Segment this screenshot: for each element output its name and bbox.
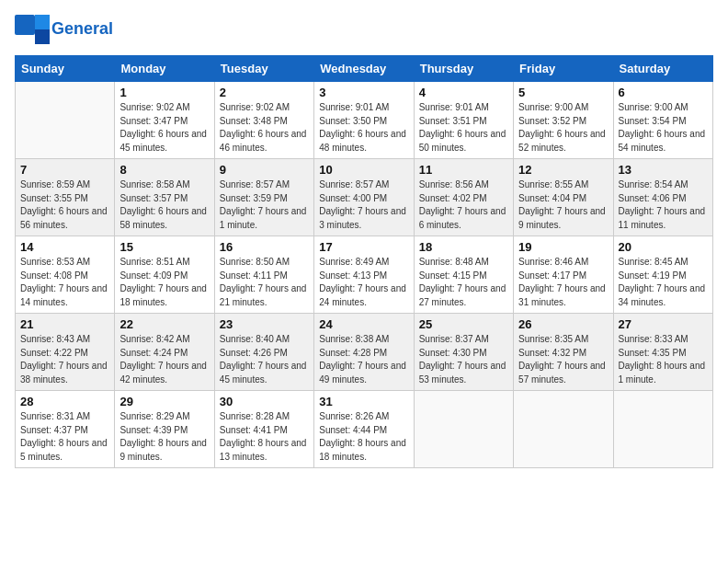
day-info: Sunrise: 8:38 AMSunset: 4:28 PMDaylight:… [319,333,408,386]
svg-marker-1 [35,15,50,29]
calendar-cell: 28Sunrise: 8:31 AMSunset: 4:37 PMDayligh… [16,391,115,468]
day-number: 19 [518,240,608,254]
calendar-cell: 12Sunrise: 8:55 AMSunset: 4:04 PMDayligh… [514,159,613,236]
day-info: Sunrise: 8:58 AMSunset: 3:57 PMDaylight:… [119,178,209,232]
day-info: Sunrise: 8:40 AMSunset: 4:26 PMDaylight:… [220,333,309,386]
day-number: 24 [319,317,408,331]
calendar-cell: 23Sunrise: 8:40 AMSunset: 4:26 PMDayligh… [214,314,313,391]
day-number: 30 [220,395,309,408]
day-info: Sunrise: 8:57 AMSunset: 3:59 PMDaylight:… [220,178,309,232]
calendar-week-row: 7Sunrise: 8:59 AMSunset: 3:55 PMDaylight… [16,159,713,236]
calendar-cell: 3Sunrise: 9:01 AMSunset: 3:50 PMDaylight… [314,82,414,159]
day-header-friday: Friday [514,56,613,82]
day-info: Sunrise: 9:02 AMSunset: 3:48 PMDaylight:… [220,101,309,155]
day-number: 27 [619,317,708,331]
day-info: Sunrise: 8:37 AMSunset: 4:30 PMDaylight:… [419,333,508,386]
day-number: 12 [518,163,608,177]
day-number: 16 [220,240,309,254]
calendar-cell: 9Sunrise: 8:57 AMSunset: 3:59 PMDaylight… [214,159,313,236]
day-number: 13 [619,163,708,177]
day-info: Sunrise: 8:28 AMSunset: 4:41 PMDaylight:… [220,410,309,464]
day-info: Sunrise: 8:50 AMSunset: 4:11 PMDaylight:… [220,256,309,309]
day-info: Sunrise: 9:01 AMSunset: 3:51 PMDaylight:… [419,101,508,155]
calendar-header-row: SundayMondayTuesdayWednesdayThursdayFrid… [16,56,713,82]
day-number: 10 [319,163,408,177]
calendar-week-row: 28Sunrise: 8:31 AMSunset: 4:37 PMDayligh… [16,391,713,468]
calendar-cell: 15Sunrise: 8:51 AMSunset: 4:09 PMDayligh… [115,236,214,314]
day-info: Sunrise: 9:00 AMSunset: 3:52 PMDaylight:… [518,101,608,155]
calendar-cell: 10Sunrise: 8:57 AMSunset: 4:00 PMDayligh… [314,159,414,236]
calendar-cell: 6Sunrise: 9:00 AMSunset: 3:54 PMDaylight… [613,82,712,159]
calendar-cell: 19Sunrise: 8:46 AMSunset: 4:17 PMDayligh… [514,236,613,314]
calendar-week-row: 1Sunrise: 9:02 AMSunset: 3:47 PMDaylight… [16,82,713,159]
calendar-cell: 5Sunrise: 9:00 AMSunset: 3:52 PMDaylight… [514,82,613,159]
page-header: General [15,15,713,44]
day-header-tuesday: Tuesday [214,56,313,82]
day-number: 15 [119,240,209,254]
calendar-cell [514,391,613,468]
day-info: Sunrise: 8:48 AMSunset: 4:15 PMDaylight:… [419,256,508,309]
day-number: 28 [20,395,109,408]
calendar-cell: 26Sunrise: 8:35 AMSunset: 4:32 PMDayligh… [514,314,613,391]
svg-rect-0 [15,15,35,35]
day-number: 11 [419,163,508,177]
calendar-cell: 17Sunrise: 8:49 AMSunset: 4:13 PMDayligh… [314,236,414,314]
calendar-cell: 14Sunrise: 8:53 AMSunset: 4:08 PMDayligh… [16,236,115,314]
calendar-cell: 27Sunrise: 8:33 AMSunset: 4:35 PMDayligh… [613,314,712,391]
day-number: 18 [419,240,508,254]
logo: General [15,15,113,44]
calendar-cell: 7Sunrise: 8:59 AMSunset: 3:55 PMDaylight… [16,159,115,236]
calendar-cell: 22Sunrise: 8:42 AMSunset: 4:24 PMDayligh… [115,314,214,391]
calendar-cell: 24Sunrise: 8:38 AMSunset: 4:28 PMDayligh… [314,314,414,391]
day-number: 26 [518,317,608,331]
day-info: Sunrise: 9:02 AMSunset: 3:47 PMDaylight:… [119,101,209,155]
day-info: Sunrise: 8:35 AMSunset: 4:32 PMDaylight:… [518,333,608,386]
day-info: Sunrise: 8:59 AMSunset: 3:55 PMDaylight:… [20,178,109,232]
calendar-cell: 11Sunrise: 8:56 AMSunset: 4:02 PMDayligh… [414,159,513,236]
day-number: 7 [20,163,109,177]
day-info: Sunrise: 8:54 AMSunset: 4:06 PMDaylight:… [619,178,708,232]
day-number: 31 [319,395,408,408]
day-info: Sunrise: 8:53 AMSunset: 4:08 PMDaylight:… [20,256,109,309]
calendar-cell: 30Sunrise: 8:28 AMSunset: 4:41 PMDayligh… [214,391,313,468]
day-info: Sunrise: 8:43 AMSunset: 4:22 PMDaylight:… [20,333,109,386]
day-number: 17 [319,240,408,254]
day-info: Sunrise: 8:51 AMSunset: 4:09 PMDaylight:… [119,256,209,309]
day-header-monday: Monday [115,56,214,82]
calendar-cell: 8Sunrise: 8:58 AMSunset: 3:57 PMDaylight… [115,159,214,236]
day-info: Sunrise: 8:57 AMSunset: 4:00 PMDaylight:… [319,178,408,232]
day-number: 6 [619,86,708,99]
calendar-cell: 2Sunrise: 9:02 AMSunset: 3:48 PMDaylight… [214,82,313,159]
calendar-cell: 1Sunrise: 9:02 AMSunset: 3:47 PMDaylight… [115,82,214,159]
day-number: 14 [20,240,109,254]
day-info: Sunrise: 8:26 AMSunset: 4:44 PMDaylight:… [319,410,408,464]
day-info: Sunrise: 8:33 AMSunset: 4:35 PMDaylight:… [619,333,708,386]
day-number: 5 [518,86,608,99]
day-header-wednesday: Wednesday [314,56,414,82]
calendar-cell [414,391,513,468]
day-header-saturday: Saturday [613,56,712,82]
day-number: 20 [619,240,708,254]
day-number: 25 [419,317,508,331]
day-info: Sunrise: 8:55 AMSunset: 4:04 PMDaylight:… [518,178,608,232]
calendar-week-row: 14Sunrise: 8:53 AMSunset: 4:08 PMDayligh… [16,236,713,314]
day-number: 1 [119,86,209,99]
calendar-cell [16,82,115,159]
day-number: 21 [20,317,109,331]
day-info: Sunrise: 8:31 AMSunset: 4:37 PMDaylight:… [20,410,109,464]
calendar-table: SundayMondayTuesdayWednesdayThursdayFrid… [15,55,713,468]
day-info: Sunrise: 8:46 AMSunset: 4:17 PMDaylight:… [518,256,608,309]
svg-marker-2 [35,29,50,44]
day-info: Sunrise: 8:49 AMSunset: 4:13 PMDaylight:… [319,256,408,309]
day-header-sunday: Sunday [16,56,115,82]
day-number: 9 [220,163,309,177]
day-number: 2 [220,86,309,99]
day-number: 22 [119,317,209,331]
day-info: Sunrise: 9:00 AMSunset: 3:54 PMDaylight:… [619,101,708,155]
day-number: 29 [119,395,209,408]
day-number: 4 [419,86,508,99]
day-info: Sunrise: 8:42 AMSunset: 4:24 PMDaylight:… [119,333,209,386]
calendar-cell: 29Sunrise: 8:29 AMSunset: 4:39 PMDayligh… [115,391,214,468]
calendar-week-row: 21Sunrise: 8:43 AMSunset: 4:22 PMDayligh… [16,314,713,391]
calendar-cell [613,391,712,468]
